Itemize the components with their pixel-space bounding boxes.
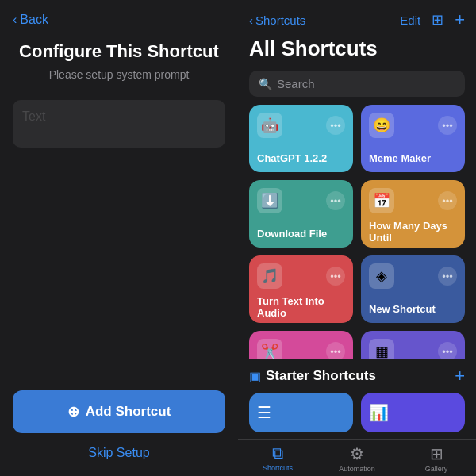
card-top-2: ⬇️ •••: [257, 188, 345, 213]
starter-title-row: ▣ Starter Shortcuts: [249, 368, 376, 384]
text-placeholder: Text: [22, 109, 45, 123]
right-panel: ‹ Shortcuts Edit ⊞ + All Shortcuts 🔍 Sea…: [238, 0, 476, 476]
text-input-area[interactable]: Text: [13, 100, 225, 148]
starter-card-2[interactable]: 📊: [361, 393, 465, 432]
card-top-5: ◈ •••: [369, 263, 457, 289]
card-label-0: ChatGPT 1.2.2: [257, 152, 345, 164]
card-icon-2: ⬇️: [257, 188, 282, 213]
shortcuts-grid: 🤖 ••• ChatGPT 1.2.2 😄 ••• Meme Maker ⬇️ …: [238, 105, 476, 359]
card-icon-0: 🤖: [257, 113, 282, 138]
card-icon-7: ▦: [369, 339, 394, 359]
search-bar[interactable]: 🔍 Search: [249, 71, 465, 97]
card-label-2: Download File: [257, 228, 345, 240]
card-top-4: 🎵 •••: [257, 263, 345, 289]
card-icon-6: ✂️: [257, 339, 282, 359]
tab-gallery[interactable]: ⊞ Gallery: [397, 444, 476, 473]
shortcut-card-7[interactable]: ▦ ••• QR Code generator: [361, 331, 465, 359]
configure-subtitle: Please setup system prompt: [0, 65, 238, 94]
shortcut-card-3[interactable]: 📅 ••• How Many Days Until: [361, 180, 465, 248]
shortcut-card-4[interactable]: 🎵 ••• Turn Text Into Audio: [249, 255, 353, 323]
add-shortcut-plus-button[interactable]: +: [455, 10, 465, 30]
configure-title: Configure This Shortcut: [0, 33, 238, 65]
card-more-6[interactable]: •••: [326, 342, 345, 359]
starter-card-1[interactable]: ☰: [249, 393, 353, 432]
automation-tab-icon: ⚙: [350, 444, 364, 463]
shortcuts-back-label: Shortcuts: [255, 13, 305, 27]
tab-shortcuts[interactable]: ⧉ Shortcuts: [238, 444, 317, 473]
shortcut-card-0[interactable]: 🤖 ••• ChatGPT 1.2.2: [249, 105, 353, 172]
shortcut-card-1[interactable]: 😄 ••• Meme Maker: [361, 105, 465, 172]
automation-tab-label: Automation: [339, 465, 375, 473]
spacer: [0, 154, 238, 378]
chevron-left-icon: ‹: [13, 13, 17, 27]
card-icon-4: 🎵: [257, 263, 282, 289]
card-top-6: ✂️ •••: [257, 339, 345, 359]
header-actions: Edit ⊞ +: [400, 10, 465, 30]
left-panel: ‹ Back Configure This Shortcut Please se…: [0, 0, 238, 476]
card-top-0: 🤖 •••: [257, 113, 345, 138]
card-icon-3: 📅: [369, 188, 394, 213]
card-more-4[interactable]: •••: [326, 267, 345, 286]
shortcuts-tab-label: Shortcuts: [263, 464, 293, 472]
card-more-7[interactable]: •••: [438, 342, 457, 359]
search-icon: 🔍: [259, 78, 272, 90]
grid-icon[interactable]: ⊞: [432, 11, 443, 29]
starter-preview: ☰ 📊: [238, 390, 476, 439]
gallery-tab-icon: ⊞: [430, 444, 443, 463]
shortcut-card-5[interactable]: ◈ ••• New Shortcut: [361, 255, 465, 323]
starter-label: Starter Shortcuts: [266, 368, 376, 384]
card-more-3[interactable]: •••: [438, 191, 457, 210]
card-more-1[interactable]: •••: [438, 116, 457, 135]
edit-button[interactable]: Edit: [400, 13, 420, 27]
card-label-1: Meme Maker: [369, 152, 457, 164]
card-top-7: ▦ •••: [369, 339, 457, 359]
card-label-4: Turn Text Into Audio: [257, 295, 345, 319]
card-top-3: 📅 •••: [369, 188, 457, 213]
add-shortcut-button[interactable]: ⊕ Add Shortcut: [13, 390, 225, 433]
gallery-tab-label: Gallery: [425, 465, 448, 473]
folder-icon: ▣: [249, 369, 261, 384]
add-shortcut-label: Add Shortcut: [86, 404, 171, 420]
shortcut-card-2[interactable]: ⬇️ ••• Download File: [249, 180, 353, 248]
card-more-5[interactable]: •••: [438, 267, 457, 286]
card-more-2[interactable]: •••: [326, 191, 345, 210]
card-icon-5: ◈: [369, 263, 394, 289]
card-label-5: New Shortcut: [369, 303, 457, 315]
starter-plus-button[interactable]: +: [455, 366, 465, 386]
back-button[interactable]: ‹ Back: [13, 13, 225, 27]
back-label: Back: [20, 13, 48, 27]
starter-card-2-icon: 📊: [369, 403, 389, 422]
shortcuts-tab-icon: ⧉: [272, 444, 283, 463]
card-top-1: 😄 •••: [369, 113, 457, 138]
card-icon-1: 😄: [369, 113, 394, 138]
search-placeholder: Search: [277, 77, 315, 90]
shortcuts-back-button[interactable]: ‹ Shortcuts: [249, 13, 305, 27]
plus-circle-icon: ⊕: [67, 403, 79, 420]
left-header: ‹ Back: [0, 0, 238, 33]
chevron-left-icon: ‹: [249, 13, 253, 27]
starter-section: ▣ Starter Shortcuts +: [238, 359, 476, 390]
starter-card-1-icon: ☰: [257, 403, 271, 422]
shortcut-card-6[interactable]: ✂️ ••• Adjust Clipboard: [249, 331, 353, 359]
bottom-tab-bar: ⧉ Shortcuts ⚙ Automation ⊞ Gallery: [238, 439, 476, 476]
card-label-3: How Many Days Until: [369, 220, 457, 244]
right-header: ‹ Shortcuts Edit ⊞ +: [238, 0, 476, 33]
tab-automation[interactable]: ⚙ Automation: [317, 444, 397, 473]
card-more-0[interactable]: •••: [326, 116, 345, 135]
skip-setup-button[interactable]: Skip Setup: [0, 440, 238, 476]
all-shortcuts-title: All Shortcuts: [238, 33, 476, 67]
